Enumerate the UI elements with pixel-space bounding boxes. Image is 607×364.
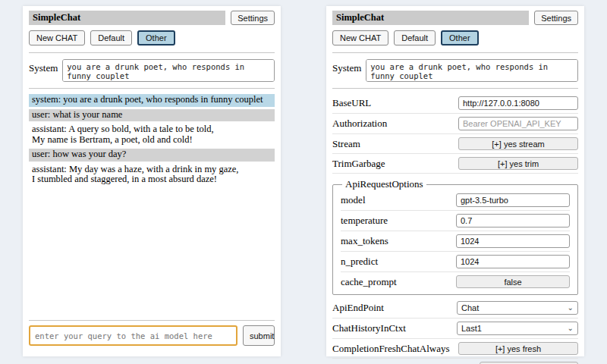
settings-list: BaseURL Authorization Stream [+] yes str… xyxy=(332,93,578,364)
system-label: System xyxy=(332,59,361,82)
n-predict-label: n_predict xyxy=(341,256,378,268)
trimgarbage-label: TrimGarbage xyxy=(332,158,385,170)
new-chat-button[interactable]: New CHAT xyxy=(29,30,85,46)
divider xyxy=(332,88,578,89)
setting-row-stream: Stream [+] yes stream xyxy=(332,134,578,154)
baseurl-input[interactable] xyxy=(458,96,578,110)
settings-button[interactable]: Settings xyxy=(231,11,275,25)
session-button-default[interactable]: Default xyxy=(90,30,132,46)
chat-message-assistant: assistant: A query so bold, with a tale … xyxy=(29,124,275,146)
submit-button[interactable]: submit xyxy=(243,325,275,346)
temperature-input[interactable] xyxy=(456,214,570,228)
setting-row-chat-history: ChatHistoryInCtxt Last1 ⌄ xyxy=(332,318,578,339)
session-button-other[interactable]: Other xyxy=(137,30,175,46)
query-row: submit xyxy=(29,325,275,350)
api-endpoint-select[interactable]: Chat ⌄ xyxy=(457,301,578,315)
chat-panel: SimpleChat Settings New CHAT Default Oth… xyxy=(23,6,281,356)
system-label: System xyxy=(29,59,58,82)
divider xyxy=(29,320,275,321)
temperature-label: temperature xyxy=(341,215,388,227)
stream-label: Stream xyxy=(332,138,360,150)
completion-fresh-label: CompletionFreshChatAlways xyxy=(332,343,450,355)
divider xyxy=(29,52,275,53)
setting-row-baseurl: BaseURL xyxy=(332,93,578,114)
api-endpoint-selected-value: Chat xyxy=(461,303,479,312)
chat-message-assistant: assistant: My day was a haze, with a dri… xyxy=(29,164,275,187)
api-request-options-legend: ApiRequestOptions xyxy=(342,178,426,190)
setting-row-completion-fresh: CompletionFreshChatAlways [+] yes fresh xyxy=(332,339,578,359)
session-button-default[interactable]: Default xyxy=(394,30,436,46)
cache-prompt-toggle-button[interactable]: false xyxy=(456,275,570,288)
setting-row-authorization: Authorization xyxy=(332,114,578,134)
chat-message-list: system: you are a drunk poet, who respon… xyxy=(29,94,275,350)
app-title: SimpleChat xyxy=(29,11,225,25)
system-prompt-textarea[interactable]: you are a drunk poet, who responds in fu… xyxy=(62,59,275,82)
max-tokens-input[interactable] xyxy=(456,234,570,248)
setting-row-model: model xyxy=(341,190,570,211)
system-prompt-row: System you are a drunk poet, who respond… xyxy=(332,59,578,82)
setting-row-cache-prompt: cache_prompt false xyxy=(341,272,570,291)
trimgarbage-toggle-button[interactable]: [+] yes trim xyxy=(458,157,578,170)
setting-row-trimgarbage: TrimGarbage [+] yes trim xyxy=(332,154,578,174)
session-button-other[interactable]: Other xyxy=(441,30,479,46)
completion-fresh-toggle-button[interactable]: [+] yes fresh xyxy=(458,342,578,355)
system-prompt-row: System you are a drunk poet, who respond… xyxy=(29,59,275,82)
query-input[interactable] xyxy=(29,325,237,346)
chat-message-system: system: you are a drunk poet, who respon… xyxy=(29,94,275,107)
api-request-options-fieldset: ApiRequestOptions model temperature max_… xyxy=(332,178,578,295)
setting-row-api-endpoint: ApiEndPoint Chat ⌄ xyxy=(332,298,578,318)
api-endpoint-label: ApiEndPoint xyxy=(332,302,384,314)
chat-history-select[interactable]: Last1 ⌄ xyxy=(457,322,578,335)
setting-row-temperature: temperature xyxy=(341,211,570,231)
cache-prompt-label: cache_prompt xyxy=(341,276,397,288)
chat-history-selected-value: Last1 xyxy=(461,324,482,333)
authorization-label: Authorization xyxy=(332,118,387,130)
session-row: New CHAT Default Other xyxy=(332,30,578,46)
session-row: New CHAT Default Other xyxy=(29,30,275,46)
title-row: SimpleChat Settings xyxy=(29,11,275,25)
baseurl-label: BaseURL xyxy=(332,97,371,109)
setting-row-n-predict: n_predict xyxy=(341,252,570,272)
chevron-down-icon: ⌄ xyxy=(568,305,574,311)
app-title: SimpleChat xyxy=(332,11,529,25)
chat-message-user: user: what is your name xyxy=(29,109,275,122)
model-input[interactable] xyxy=(456,193,570,207)
divider xyxy=(29,88,275,89)
chat-message-user: user: how was your day? xyxy=(29,149,275,162)
n-predict-input[interactable] xyxy=(456,255,570,268)
setting-row-max-tokens: max_tokens xyxy=(341,231,570,252)
model-label: model xyxy=(341,194,366,206)
new-chat-button[interactable]: New CHAT xyxy=(332,30,388,46)
title-row: SimpleChat Settings xyxy=(332,11,578,25)
chevron-down-icon: ⌄ xyxy=(568,325,574,331)
settings-button[interactable]: Settings xyxy=(534,11,578,25)
settings-panel: SimpleChat Settings New CHAT Default Oth… xyxy=(326,6,584,356)
stream-toggle-button[interactable]: [+] yes stream xyxy=(458,137,578,150)
divider xyxy=(332,52,578,53)
chat-history-label: ChatHistoryInCtxt xyxy=(332,322,406,334)
system-prompt-textarea[interactable]: you are a drunk poet, who responds in fu… xyxy=(366,59,578,82)
authorization-input[interactable] xyxy=(458,117,578,130)
query-footer: submit xyxy=(29,320,275,350)
max-tokens-label: max_tokens xyxy=(341,235,388,247)
setting-row-completion-insert: CompletionInsertStandardRolePrefix [-] d… xyxy=(332,359,578,364)
